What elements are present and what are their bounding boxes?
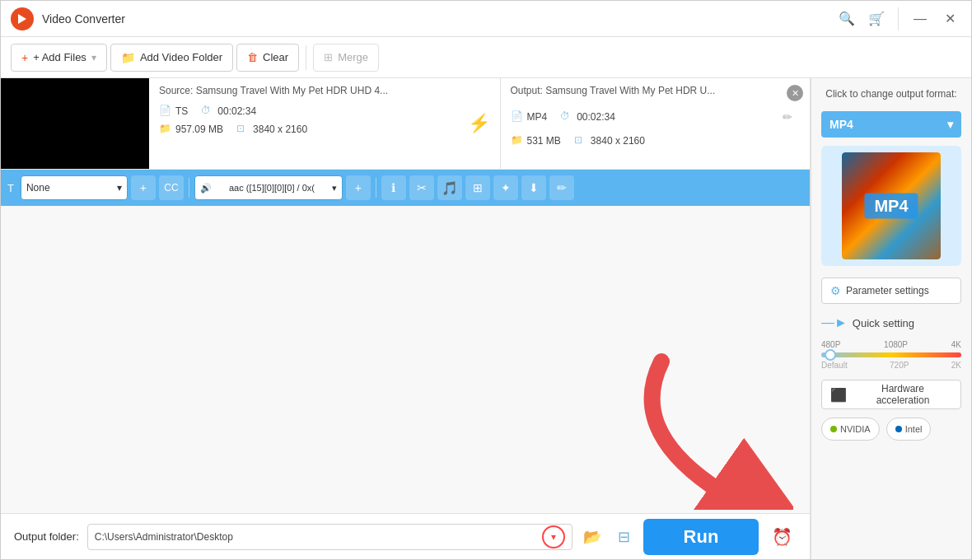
source-filename: Source: Samsung Travel With My Pet HDR U… <box>159 85 449 96</box>
quick-setting-section: —► Quick setting <box>821 315 961 330</box>
output-file-icon: 📄 <box>511 110 524 124</box>
trash-icon: 🗑 <box>247 51 258 63</box>
subtitle-edit-button[interactable]: ✏ <box>549 175 574 200</box>
left-panel: Source: Samsung Travel With My Pet HDR U… <box>1 78 811 559</box>
run-button[interactable]: Run <box>643 519 759 555</box>
output-filename: Output: Samsung Travel With My Pet HDR U… <box>511 85 801 96</box>
output-details-row1: 📄 MP4 ⏱ 00:02:34 ✏ <box>511 105 801 129</box>
clear-button[interactable]: 🗑 Clear <box>236 44 299 72</box>
hardware-acceleration-button[interactable]: ⬛ Hardware acceleration <box>821 380 961 409</box>
folder-icon: 📁 <box>121 51 135 64</box>
cut-button[interactable]: ✂ <box>409 175 434 200</box>
format-selector[interactable]: MP4 ▾ <box>821 111 961 138</box>
quality-slider-track[interactable] <box>821 352 961 357</box>
edit-toolbar: T None ▾ + CC 🔊 aac ([15][0][0][0] / 0x(… <box>1 170 810 206</box>
run-hint-arrow <box>612 345 793 513</box>
source-details-row1: 📄 TS ⏱ 00:02:34 <box>159 105 449 118</box>
effects-button[interactable]: ✦ <box>493 175 518 200</box>
subtitle-icon: T <box>7 182 14 194</box>
search-button[interactable]: 🔍 <box>835 7 858 30</box>
output-history-button[interactable]: ▾ <box>542 525 565 548</box>
intel-label: Intel <box>905 424 923 434</box>
nvidia-label: NVIDIA <box>840 424 871 434</box>
clear-label: Clear <box>263 51 288 63</box>
convert-arrow-area: ⚡ <box>459 78 500 169</box>
audio-dropdown[interactable]: 🔊 aac ([15][0][0][0] / 0x( ▾ <box>194 175 343 200</box>
app-title: Video Converter <box>42 12 835 26</box>
browse-folder-button[interactable]: 📂 <box>581 525 604 548</box>
quick-setting-icon: —► <box>821 315 848 330</box>
add-subtitle-button[interactable]: + <box>131 175 156 200</box>
add-folder-label: Add Video Folder <box>140 51 222 63</box>
format-name: MP4 <box>829 118 853 131</box>
schedule-button[interactable]: ⏰ <box>767 522 797 552</box>
add-files-label: + Add Files <box>33 51 86 63</box>
clock-icon: ⏱ <box>201 105 214 118</box>
cc-button[interactable]: CC <box>159 175 184 200</box>
toolbar-sep-1 <box>189 178 189 198</box>
quality-slider-thumb[interactable] <box>825 349 836 361</box>
minimize-button[interactable]: — <box>909 7 932 30</box>
file-list: Source: Samsung Travel With My Pet HDR U… <box>1 78 810 513</box>
source-format: 📄 TS <box>159 105 188 118</box>
lightning-icon: ⚡ <box>468 113 490 134</box>
source-size: 📁 957.09 MB <box>159 123 223 136</box>
nvidia-badge[interactable]: NVIDIA <box>821 418 880 441</box>
main-toolbar: + + Add Files ▾ 📁 Add Video Folder 🗑 Cle… <box>1 37 971 78</box>
subtitle-dropdown[interactable]: None ▾ <box>21 175 128 200</box>
merge-button[interactable]: ⊞ Merge <box>313 44 379 72</box>
add-files-dropdown[interactable]: ▾ <box>91 52 96 63</box>
main-content: Source: Samsung Travel With My Pet HDR U… <box>1 78 971 559</box>
resolution-icon: ⊡ <box>236 123 250 136</box>
hw-accel-label: Hardware acceleration <box>853 383 952 406</box>
remove-file-button[interactable]: ✕ <box>787 85 803 101</box>
output-folder-label: Output folder: <box>14 530 79 543</box>
watermark-button[interactable]: ⬇ <box>521 175 546 200</box>
add-files-button[interactable]: + + Add Files ▾ <box>11 44 107 72</box>
gpu-badges: NVIDIA Intel <box>821 418 961 441</box>
output-info: Output: Samsung Travel With My Pet HDR U… <box>500 78 811 169</box>
source-details-row2: 📁 957.09 MB ⊡ 3840 x 2160 <box>159 123 449 136</box>
edit-output-button[interactable]: ✏ <box>775 105 800 129</box>
add-icon: + <box>21 51 28 64</box>
info-button[interactable]: ℹ <box>381 175 406 200</box>
toolbar-sep-2 <box>376 178 376 198</box>
audio-icon: 🔊 <box>200 183 212 194</box>
close-button[interactable]: ✕ <box>938 7 961 30</box>
hw-icon: ⬛ <box>830 387 847 403</box>
output-action-button[interactable]: ⊟ <box>612 525 635 548</box>
size-icon: 📁 <box>159 123 172 136</box>
audio-edit-button[interactable]: 🎵 <box>437 175 462 200</box>
mp4-badge: MP4 <box>864 194 918 219</box>
quick-setting-label: Quick setting <box>853 317 914 329</box>
parameter-settings-button[interactable]: ⚙ Parameter settings <box>821 278 961 304</box>
output-clock-icon: ⏱ <box>560 110 573 124</box>
intel-dot <box>895 426 902 432</box>
output-resolution: ⊡ 3840 x 2160 <box>574 134 645 147</box>
format-preview: MP4 <box>821 146 961 266</box>
right-panel: Click to change output format: MP4 ▾ MP4… <box>811 78 971 559</box>
format-preview-image: MP4 <box>842 152 941 259</box>
output-size-icon: 📁 <box>511 134 524 147</box>
add-folder-button[interactable]: 📁 Add Video Folder <box>110 44 233 72</box>
quality-bottom-labels: Default 720P 2K <box>821 361 961 370</box>
crop-button[interactable]: ⊞ <box>465 175 490 200</box>
param-icon: ⚙ <box>830 284 841 297</box>
quality-top-labels: 480P 1080P 4K <box>821 340 961 349</box>
param-settings-label: Parameter settings <box>846 285 929 296</box>
intel-badge[interactable]: Intel <box>886 418 932 441</box>
source-duration: ⏱ 00:02:34 <box>201 105 256 118</box>
add-audio-button[interactable]: + <box>346 175 371 200</box>
format-chevron: ▾ <box>947 118 953 131</box>
format-title: Click to change output format: <box>821 88 961 100</box>
quality-slider-area: 480P 1080P 4K Default 720P 2K <box>821 338 961 371</box>
output-path-field[interactable]: C:\Users\Administrator\Desktop ▾ <box>87 524 572 550</box>
source-resolution: ⊡ 3840 x 2160 <box>236 123 307 136</box>
empty-drop-area <box>1 206 810 513</box>
cart-button[interactable]: 🛒 <box>865 7 888 30</box>
merge-label: Merge <box>338 51 368 63</box>
toolbar-separator <box>306 45 306 70</box>
output-res-icon: ⊡ <box>574 134 587 147</box>
bottom-bar: Output folder: C:\Users\Administrator\De… <box>1 513 810 559</box>
output-details-row2: 📁 531 MB ⊡ 3840 x 2160 <box>511 134 801 147</box>
